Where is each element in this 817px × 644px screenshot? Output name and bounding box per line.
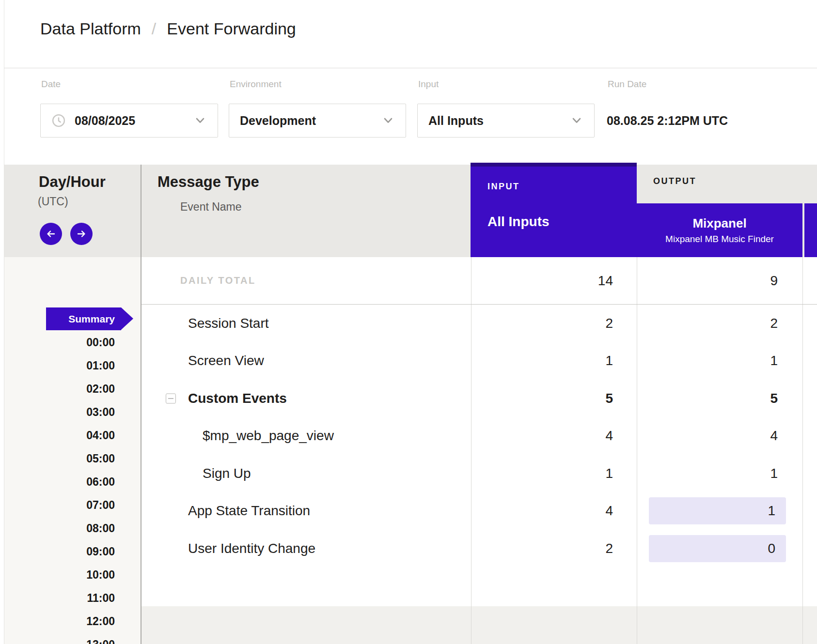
daily-total-output-count: 9 [637, 273, 802, 289]
output-count-cell: 0 [637, 535, 802, 562]
hour-slot[interactable]: 12:00 [4, 610, 115, 633]
event-name-cell: $mp_web_page_view [141, 428, 471, 444]
table-row: $mp_web_page_view44 [141, 417, 817, 455]
event-name-label: Session Start [188, 316, 269, 331]
hour-slot[interactable]: 07:00 [4, 493, 115, 517]
input-count: 2 [471, 541, 637, 556]
input-value: All Inputs [428, 114, 484, 128]
output-count: 5 [637, 391, 802, 406]
minus-icon [168, 398, 173, 399]
date-dropdown[interactable]: 08/08/2025 [40, 104, 218, 138]
environment-value: Development [240, 114, 316, 128]
highlighted-output-count: 1 [649, 497, 786, 524]
input-count: 4 [471, 503, 637, 519]
chevron-down-icon [381, 114, 395, 127]
event-name-label: Custom Events [188, 391, 287, 406]
input-column-name: All Inputs [487, 214, 550, 230]
event-name-cell: App State Transition [141, 503, 471, 519]
event-name-label: Sign Up [203, 466, 251, 481]
clock-icon [51, 113, 66, 128]
filter-bar: Date 08/08/2025 Environment Development [4, 68, 817, 165]
output-subtitle: Mixpanel MB Music Finder [665, 234, 774, 245]
next-output-column-partial [804, 203, 817, 257]
highlighted-output-count: 0 [649, 535, 786, 562]
run-date-label: Run Date [608, 79, 646, 90]
hour-slot[interactable]: 09:00 [4, 540, 115, 563]
chevron-down-icon [570, 114, 583, 127]
hour-slot[interactable]: 05:00 [4, 447, 115, 470]
run-date-value: 08.08.25 2:12PM UTC [607, 104, 728, 138]
output-count: 2 [637, 316, 802, 331]
hour-slot[interactable]: 08:00 [4, 517, 115, 540]
table-row: Custom Events55 [141, 380, 817, 417]
table-row: Session Start22 [141, 305, 817, 342]
output-count: 1 [637, 353, 802, 368]
collapse-toggle[interactable] [166, 393, 176, 403]
event-name-label: Screen View [188, 353, 264, 368]
environment-dropdown[interactable]: Development [229, 104, 406, 138]
hour-slot[interactable]: 11:00 [4, 586, 115, 610]
page-title: Event Forwarding [167, 19, 296, 38]
output-count: 1 [637, 466, 802, 481]
arrow-left-icon [45, 228, 57, 240]
output-count: 4 [637, 428, 802, 444]
input-count: 2 [471, 316, 637, 331]
event-name-cell: Custom Events [141, 391, 471, 406]
table-footer-area [141, 606, 817, 644]
summary-row-selector[interactable]: Summary [46, 307, 121, 330]
input-count: 5 [471, 391, 637, 406]
message-type-column-subtitle: Event Name [180, 200, 242, 214]
table-row: User Identity Change20 [141, 530, 817, 567]
hour-slot[interactable]: 13:00 [4, 633, 115, 644]
output-name: Mixpanel [692, 216, 746, 231]
breadcrumb-section[interactable]: Data Platform [40, 19, 141, 38]
event-name-label: $mp_web_page_view [203, 428, 334, 444]
hour-slot[interactable]: 01:00 [4, 354, 115, 377]
input-eyebrow-label: INPUT [487, 182, 520, 192]
hour-slot[interactable]: 06:00 [4, 470, 115, 493]
daily-total-input-count: 14 [471, 273, 637, 289]
previous-day-button[interactable] [40, 223, 62, 245]
event-forwarding-page: Data Platform / Event Forwarding Date 08… [0, 0, 817, 644]
table-row: App State Transition41 [141, 492, 817, 530]
top-header-bar: Data Platform / Event Forwarding [4, 0, 817, 68]
chevron-down-icon [193, 114, 207, 127]
arrow-right-icon [75, 228, 88, 240]
day-hour-column-subtitle: (UTC) [38, 195, 68, 208]
day-hour-column-title: Day/Hour [39, 173, 106, 191]
event-name-cell: Sign Up [141, 466, 471, 481]
date-value: 08/08/2025 [75, 114, 135, 128]
event-name-label: User Identity Change [188, 541, 315, 556]
breadcrumb-separator: / [152, 19, 156, 38]
hour-slot[interactable]: 03:00 [4, 400, 115, 424]
breadcrumb: Data Platform / Event Forwarding [40, 19, 296, 38]
output-count-cell: 1 [637, 497, 802, 524]
message-rows: Session Start22Screen View11Custom Event… [141, 305, 817, 567]
output-column-header-mixpanel[interactable]: Mixpanel Mixpanel MB Music Finder [637, 203, 802, 257]
daily-total-label: DAILY TOTAL [141, 275, 471, 286]
output-eyebrow-label: OUTPUT [653, 176, 696, 186]
event-name-cell: Session Start [141, 316, 471, 331]
environment-filter-label: Environment [230, 79, 282, 90]
event-name-label: App State Transition [188, 503, 310, 519]
input-count: 1 [471, 353, 637, 368]
event-name-cell: User Identity Change [141, 541, 471, 556]
input-filter-label: Input [418, 79, 439, 90]
hour-list: 00:0001:0002:0003:0004:0005:0006:0007:00… [4, 331, 115, 644]
date-filter-label: Date [41, 79, 61, 90]
hour-slot[interactable]: 00:00 [4, 331, 115, 354]
input-count: 1 [471, 466, 637, 481]
input-dropdown[interactable]: All Inputs [417, 104, 595, 138]
hour-slot[interactable]: 04:00 [4, 424, 115, 447]
hour-pagination [40, 223, 93, 245]
hour-slot[interactable]: 02:00 [4, 377, 115, 400]
daily-total-row: DAILY TOTAL 14 9 [141, 257, 817, 305]
table-row: Sign Up11 [141, 455, 817, 492]
hour-slot[interactable]: 10:00 [4, 563, 115, 586]
input-count: 4 [471, 428, 637, 444]
next-day-button[interactable] [70, 223, 93, 245]
message-type-column-title: Message Type [157, 173, 259, 191]
event-name-cell: Screen View [141, 353, 471, 368]
input-column-header: INPUT All Inputs [471, 163, 637, 257]
table-row: Screen View11 [141, 342, 817, 380]
